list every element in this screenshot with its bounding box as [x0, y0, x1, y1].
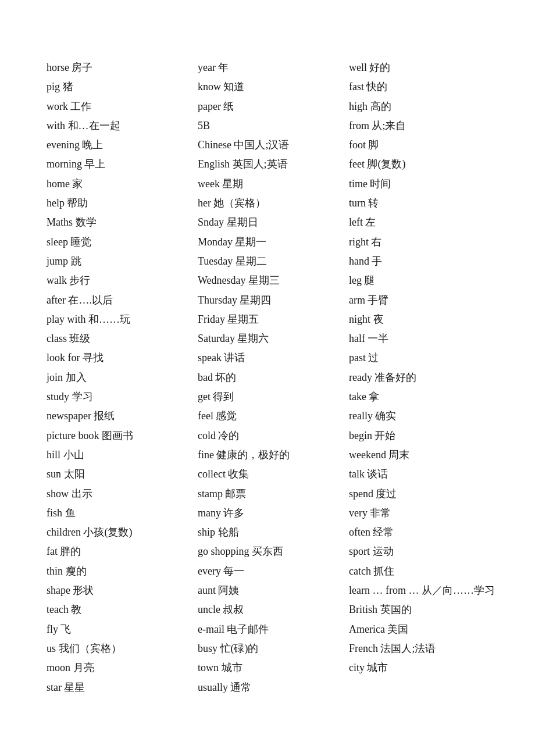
list-item: learn … from … 从／向……学习 [349, 581, 500, 600]
list-item: turn 转 [349, 194, 500, 213]
list-item: know 知道 [198, 77, 349, 97]
list-item: get 得到 [198, 387, 349, 406]
list-item: very 非常 [349, 504, 500, 523]
list-item: with 和…在一起 [47, 116, 198, 135]
list-item: Monday 星期一 [198, 233, 349, 252]
list-item: city 城市 [349, 658, 500, 677]
list-item: sport 运动 [349, 542, 500, 561]
list-item: busy 忙(碌)的 [198, 639, 349, 658]
list-item: year 年 [198, 58, 349, 77]
list-item: horse 房子 [47, 58, 198, 77]
list-item: week 星期 [198, 174, 349, 194]
list-item: often 经常 [349, 523, 500, 542]
list-item: help 帮助 [47, 194, 198, 213]
list-item: past 过 [349, 348, 500, 368]
list-item: fat 胖的 [47, 542, 198, 561]
list-item: French 法国人;法语 [349, 639, 500, 658]
list-item: high 高的 [349, 97, 500, 116]
list-item: arm 手臂 [349, 291, 500, 310]
list-item: catch 抓住 [349, 562, 500, 581]
list-item: Maths 数学 [47, 213, 198, 232]
list-item: English 英国人;英语 [198, 155, 349, 174]
list-item: from 从;来自 [349, 116, 500, 135]
list-item: jump 跳 [47, 252, 198, 271]
list-item: Thursday 星期四 [198, 291, 349, 310]
list-item: fly 飞 [47, 620, 198, 639]
list-item: ship 轮船 [198, 523, 349, 542]
list-item: work 工作 [47, 97, 198, 116]
list-item: fast 快的 [349, 77, 500, 97]
column-2: year 年know 知道paper 纸5BChinese 中国人;汉语Engl… [198, 58, 349, 697]
list-item: hand 手 [349, 252, 500, 271]
list-item: morning 早上 [47, 155, 198, 174]
list-item: star 星星 [47, 678, 198, 697]
list-item: usually 通常 [198, 678, 349, 697]
list-item: thin 瘦的 [47, 562, 198, 581]
list-item: sleep 睡觉 [47, 233, 198, 252]
list-item: children 小孩(复数) [47, 523, 198, 542]
list-item: foot 脚 [349, 135, 500, 155]
list-item: every 每一 [198, 562, 349, 581]
list-item: Saturday 星期六 [198, 329, 349, 348]
list-item: shape 形状 [47, 581, 198, 600]
list-item: time 时间 [349, 174, 500, 194]
list-item: join 加入 [47, 368, 198, 387]
list-item: fish 鱼 [47, 504, 198, 523]
list-item: her 她（宾格） [198, 194, 349, 213]
list-item: ready 准备好的 [349, 368, 500, 387]
list-item: well 好的 [349, 58, 500, 77]
list-item: after 在….以后 [47, 291, 198, 310]
list-item: picture book 图画书 [47, 426, 198, 445]
list-item: aunt 阿姨 [198, 581, 349, 600]
column-1: horse 房子pig 猪work 工作with 和…在一起evening 晚上… [47, 58, 198, 697]
column-3: well 好的fast 快的high 高的from 从;来自foot 脚feet… [349, 58, 500, 697]
list-item: home 家 [47, 174, 198, 194]
list-item: newspaper 报纸 [47, 406, 198, 426]
list-item: us 我们（宾格） [47, 639, 198, 658]
list-item: America 美国 [349, 620, 500, 639]
main-content: horse 房子pig 猪work 工作with 和…在一起evening 晚上… [0, 0, 535, 744]
list-item: cold 冷的 [198, 426, 349, 445]
list-item: look for 寻找 [47, 348, 198, 368]
list-item: study 学习 [47, 387, 198, 406]
list-item: hill 小山 [47, 445, 198, 465]
list-item: many 许多 [198, 504, 349, 523]
list-item: play with 和……玩 [47, 310, 198, 329]
list-item: walk 步行 [47, 271, 198, 290]
list-item: show 出示 [47, 484, 198, 504]
list-item: class 班级 [47, 329, 198, 348]
list-item: town 城市 [198, 658, 349, 677]
list-item: right 右 [349, 233, 500, 252]
list-item: left 左 [349, 213, 500, 232]
list-item: e-mail 电子邮件 [198, 620, 349, 639]
list-item: feel 感觉 [198, 406, 349, 426]
list-item: Snday 星期日 [198, 213, 349, 232]
list-item: paper 纸 [198, 97, 349, 116]
list-item: leg 腿 [349, 271, 500, 290]
list-item: stamp 邮票 [198, 484, 349, 504]
list-item: pig 猪 [47, 77, 198, 97]
list-item: talk 谈话 [349, 465, 500, 484]
list-item: Tuesday 星期二 [198, 252, 349, 271]
list-item: Friday 星期五 [198, 310, 349, 329]
list-item: take 拿 [349, 387, 500, 406]
list-item: half 一半 [349, 329, 500, 348]
list-item: really 确实 [349, 406, 500, 426]
list-item: British 英国的 [349, 600, 500, 619]
list-item: speak 讲话 [198, 348, 349, 368]
list-item: fine 健康的，极好的 [198, 445, 349, 465]
list-item: go shopping 买东西 [198, 542, 349, 561]
list-item: sun 太阳 [47, 465, 198, 484]
list-item: night 夜 [349, 310, 500, 329]
list-item: begin 开始 [349, 426, 500, 445]
list-item: moon 月亮 [47, 658, 198, 677]
list-item: collect 收集 [198, 465, 349, 484]
list-item: weekend 周末 [349, 445, 500, 465]
list-item: spend 度过 [349, 484, 500, 504]
list-item: uncle 叔叔 [198, 600, 349, 619]
list-item: evening 晚上 [47, 135, 198, 155]
list-item: feet 脚(复数) [349, 155, 500, 174]
list-item: teach 教 [47, 600, 198, 619]
list-item: Chinese 中国人;汉语 [198, 135, 349, 155]
list-item: bad 坏的 [198, 368, 349, 387]
